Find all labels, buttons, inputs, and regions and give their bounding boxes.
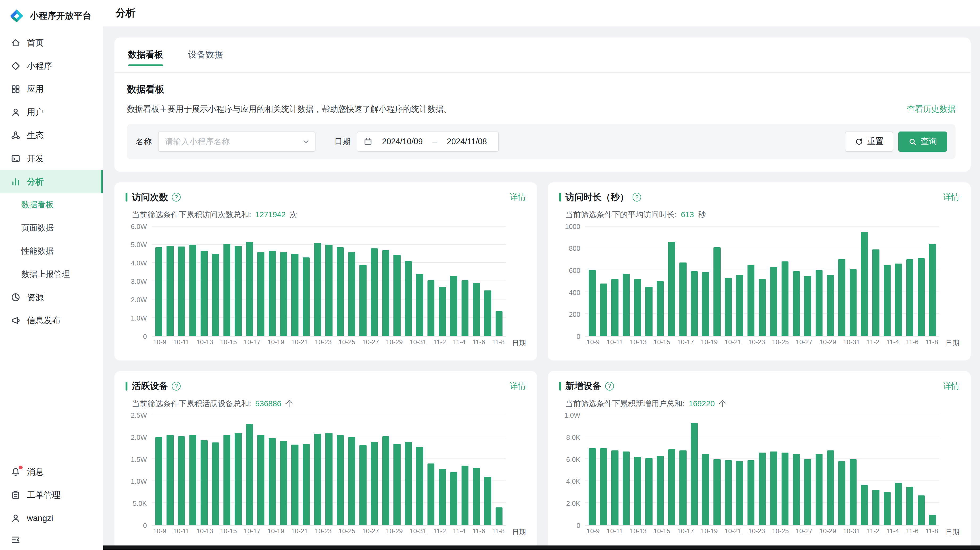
sidebar-subitem-data-dashboard[interactable]: 数据看板 [0,193,103,217]
bar-slot [904,415,916,525]
calendar-icon [364,137,372,146]
y-tick-label: 0 [143,333,147,341]
y-axis: 02004006008001000 [559,226,585,337]
bar [155,247,162,336]
miniapp-name-input[interactable] [159,132,302,151]
sidebar-item-ecosystem[interactable]: 生态 [0,124,103,147]
bar [872,490,879,525]
detail-link[interactable]: 详情 [943,381,959,392]
bar-slot [471,226,482,336]
sidebar-item-messages[interactable]: 消息 [0,460,103,483]
sidebar-subitem-report-management[interactable]: 数据上报管理 [0,263,103,286]
y-tick-label: 8.0K [566,434,580,441]
bar-chart-visit-count: 01.0W2.0W3.0W4.0W5.0W6.0W 10-910-1110-13… [126,226,526,348]
bar-slot [301,226,312,336]
bar [484,290,491,336]
bar-slot [403,226,414,336]
sidebar-item-dev[interactable]: 开发 [0,147,103,170]
x-tick-label [166,528,173,537]
x-tick-label: 10-25 [339,338,355,348]
sidebar-item-home[interactable]: 首页 [0,31,103,54]
x-tick-label: 10-19 [267,338,284,348]
x-tick-label [812,338,819,348]
bar [850,459,857,525]
detail-link[interactable]: 详情 [943,192,959,202]
bar-chart-visit-duration: 02004006008001000 10-910-1110-1310-1510-… [559,226,959,348]
bar [189,245,196,336]
history-data-link[interactable]: 查看历史数据 [907,104,956,115]
summary-line: 当前筛选条件下的平均访问时长: 613 秒 [559,209,959,220]
bar-slot [927,226,938,336]
bar-slot [187,226,199,336]
chart-card-visit-count: 访问次数 ? 详情 当前筛选条件下累积访问次数总和: 1271942 次 01.… [115,182,537,361]
date-start-value[interactable]: 2024/10/09 [377,137,428,146]
refresh-icon [855,137,864,146]
chart-card-visit-duration: 访问时长（秒） ? 详情 当前筛选条件下的平均访问时长: 613 秒 02004… [548,182,970,361]
x-tick-label: 10-9 [153,528,166,537]
bar-slot [768,226,780,336]
tab-device-data[interactable]: 设备数据 [188,38,223,72]
bar-slot [666,226,677,336]
sidebar-item-account[interactable]: wangzi [0,507,103,530]
query-button[interactable]: 查询 [898,132,947,151]
x-tick-label [426,528,433,537]
help-icon[interactable]: ? [605,382,614,391]
sidebar-subitem-performance-data[interactable]: 性能数据 [0,239,103,263]
collapse-sidebar-button[interactable] [0,530,103,550]
main-area: 分析 数据看板 设备数据 数据看板 数据看板主要用于展示小程序与应用的相关统计数… [103,0,980,550]
detail-link[interactable]: 详情 [510,192,526,202]
summary-unit: 个 [285,399,293,408]
ecosystem-icon [11,131,21,140]
date-range-picker[interactable]: 2024/10/09 – 2024/11/08 [357,132,498,151]
y-tick-label: 6.0K [566,456,580,463]
x-tick-label: 10-11 [173,338,189,348]
sidebar-item-resources[interactable]: 资源 [0,286,103,309]
x-tick-label [789,528,795,537]
sidebar-item-info-publish[interactable]: 信息发布 [0,309,103,332]
tab-data-dashboard[interactable]: 数据看板 [128,38,163,72]
x-tick-label: 10-31 [410,528,426,537]
name-label: 名称 [136,136,152,147]
bar [360,265,366,336]
sidebar-item-label: wangzi [27,513,53,523]
help-icon[interactable]: ? [172,193,181,201]
miniapp-name-select[interactable] [158,132,315,151]
x-tick-label: 11-8 [492,528,505,537]
bar-slot [848,226,859,336]
bar-slot [927,415,938,525]
sidebar-item-apps[interactable]: 应用 [0,78,103,100]
bar-slot [482,415,493,525]
date-end-value[interactable]: 2024/11/08 [442,137,492,146]
bar [657,456,664,525]
x-tick-label: 11-2 [433,338,446,348]
dev-icon [11,154,21,164]
tab-label: 设备数据 [188,49,223,61]
bar-slot [312,226,323,336]
sidebar-item-miniapp[interactable]: 小程序 [0,54,103,78]
bar-slot [881,226,893,336]
collapse-sidebar-icon [11,535,21,545]
bar-slot [587,226,598,336]
bar-slot [677,226,689,336]
sidebar-item-analysis[interactable]: 分析 [0,170,103,193]
sidebar-item-users[interactable]: 用户 [0,100,103,124]
help-icon[interactable]: ? [633,193,641,201]
tab-label: 数据看板 [128,49,163,61]
bar [223,244,231,336]
bar [713,247,721,336]
bar [246,424,253,525]
reset-button[interactable]: 重置 [845,132,894,151]
x-tick-label: 11-8 [926,528,938,537]
help-icon[interactable]: ? [172,382,181,391]
bar-slot [357,415,369,525]
bar [439,287,446,336]
sidebar-item-work-orders[interactable]: 工单管理 [0,483,103,507]
x-tick-label: 11-8 [926,338,938,348]
bar-slot [267,415,278,525]
bar [348,252,355,336]
detail-link[interactable]: 详情 [510,381,526,392]
sidebar-subitem-page-data[interactable]: 页面数据 [0,217,103,239]
y-tick-label: 600 [569,266,580,274]
x-tick-label [880,528,886,537]
bar-slot [380,226,391,336]
